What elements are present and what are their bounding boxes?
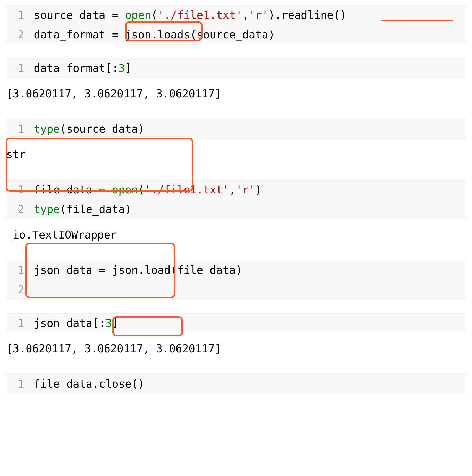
code-line: 1file_data = open('./file1.txt','r') — [6, 180, 466, 200]
code-content[interactable]: data_format[:3] — [29, 58, 466, 78]
code-token: ( — [60, 123, 66, 135]
code-token: , — [242, 9, 249, 21]
code-token: ( — [171, 264, 177, 276]
code-token: close — [99, 378, 131, 390]
code-token: = — [112, 28, 118, 41]
code-token: ) — [268, 9, 275, 21]
code-cell[interactable]: 1file_data = open('./file1.txt','r')2typ… — [6, 180, 466, 219]
code-token: () — [131, 378, 145, 390]
code-token: data_format — [34, 28, 112, 41]
code-content[interactable]: json_data = json.load(file_data) — [29, 260, 466, 280]
cell-output: str — [6, 141, 466, 168]
code-token: json_data[ — [34, 317, 99, 329]
code-token: json — [125, 28, 151, 41]
line-number: 1 — [6, 5, 29, 25]
code-token: . — [138, 264, 145, 276]
code-content[interactable]: type(source_data) — [29, 119, 466, 139]
code-token: data_format[ — [34, 62, 112, 74]
line-number: 2 — [6, 280, 29, 300]
line-number: 1 — [6, 119, 29, 139]
code-token: ) — [268, 28, 275, 41]
code-cell[interactable]: 1file_data.close() — [6, 374, 466, 394]
line-number: 1 — [6, 180, 29, 200]
code-token: file_data — [34, 183, 99, 196]
code-cell[interactable]: 1source_data = open('./file1.txt','r').r… — [6, 5, 466, 45]
code-content[interactable] — [29, 280, 466, 300]
cell-gap — [6, 396, 466, 407]
code-content[interactable]: json_data[:3] — [29, 313, 466, 333]
code-token: . — [275, 9, 281, 21]
notebook-view: 1source_data = open('./file1.txt','r').r… — [0, 0, 472, 418]
code-line: 1data_format[:3] — [6, 58, 466, 78]
line-number: 2 — [6, 25, 29, 45]
code-token: ( — [151, 9, 157, 21]
code-token: () — [333, 9, 347, 21]
code-line: 1source_data = open('./file1.txt','r').r… — [6, 5, 466, 25]
code-token: = — [112, 9, 118, 21]
code-token: type — [34, 123, 60, 135]
code-token: json — [112, 264, 138, 276]
code-token: json_data — [34, 264, 99, 276]
code-token: source_data — [197, 28, 268, 41]
code-token — [119, 28, 125, 41]
code-token: ] — [112, 317, 118, 329]
code-token: type — [34, 203, 60, 216]
code-cell[interactable]: 1type(source_data) — [6, 119, 466, 139]
code-line: 1json_data[:3] — [6, 313, 466, 333]
code-token: ] — [125, 62, 131, 74]
code-token: 3 — [119, 62, 125, 74]
code-token: file_data — [177, 264, 236, 276]
code-token: ) — [125, 203, 131, 216]
code-token — [105, 183, 112, 196]
code-token: ) — [236, 264, 242, 276]
code-cell[interactable]: 1data_format[:3] — [6, 58, 466, 78]
code-line: 1json_data = json.load(file_data) — [6, 260, 466, 280]
code-line: 1type(source_data) — [6, 119, 466, 139]
code-token: = — [99, 183, 105, 196]
code-token: ) — [255, 183, 262, 196]
line-number: 1 — [6, 374, 29, 394]
code-token — [119, 9, 125, 21]
code-token — [105, 264, 112, 276]
code-token: : — [112, 62, 118, 74]
code-token: loads — [157, 28, 190, 41]
code-line: 2 — [6, 280, 466, 300]
code-token: readline — [281, 9, 333, 21]
code-token: source_data — [66, 123, 138, 135]
code-token: load — [145, 264, 171, 276]
code-line: 2type(file_data) — [6, 200, 466, 219]
code-token: './file1.txt' — [145, 183, 229, 196]
code-token: 3 — [105, 317, 112, 329]
code-token: ( — [190, 28, 197, 41]
code-token: './file1.txt' — [157, 9, 242, 21]
code-token: source_data — [34, 9, 112, 21]
code-token: file_data — [66, 203, 125, 216]
code-content[interactable]: source_data = open('./file1.txt','r').re… — [29, 5, 466, 25]
code-content[interactable]: file_data.close() — [29, 374, 466, 394]
cell-gap — [6, 302, 466, 313]
code-token: open — [112, 183, 138, 196]
code-content[interactable]: file_data = open('./file1.txt','r') — [29, 180, 466, 200]
cell-output: _io.TextIOWrapper — [6, 222, 466, 249]
line-number: 1 — [6, 260, 29, 280]
line-number: 2 — [6, 200, 29, 219]
code-cell[interactable]: 1json_data[:3] — [6, 313, 466, 333]
code-token: . — [151, 28, 157, 41]
code-token: ) — [138, 123, 145, 135]
cell-output: [3.0620117, 3.0620117, 3.0620117] — [6, 80, 466, 108]
line-number: 1 — [6, 313, 29, 333]
code-content[interactable]: data_format = json.loads(source_data) — [29, 25, 466, 45]
cell-output: [3.0620117, 3.0620117, 3.0620117] — [6, 335, 466, 363]
code-token: ( — [60, 203, 66, 216]
code-token: : — [99, 317, 105, 329]
code-token: open — [125, 9, 151, 21]
code-content[interactable]: type(file_data) — [29, 200, 466, 219]
code-line: 1file_data.close() — [6, 374, 466, 394]
code-cell[interactable]: 1json_data = json.load(file_data)2 — [6, 260, 466, 300]
cell-gap — [6, 47, 466, 58]
code-line: 2data_format = json.loads(source_data) — [6, 25, 466, 45]
code-token: file_data — [34, 378, 92, 390]
code-token: = — [99, 264, 105, 276]
code-token: . — [92, 378, 99, 390]
code-token: ( — [138, 183, 145, 196]
